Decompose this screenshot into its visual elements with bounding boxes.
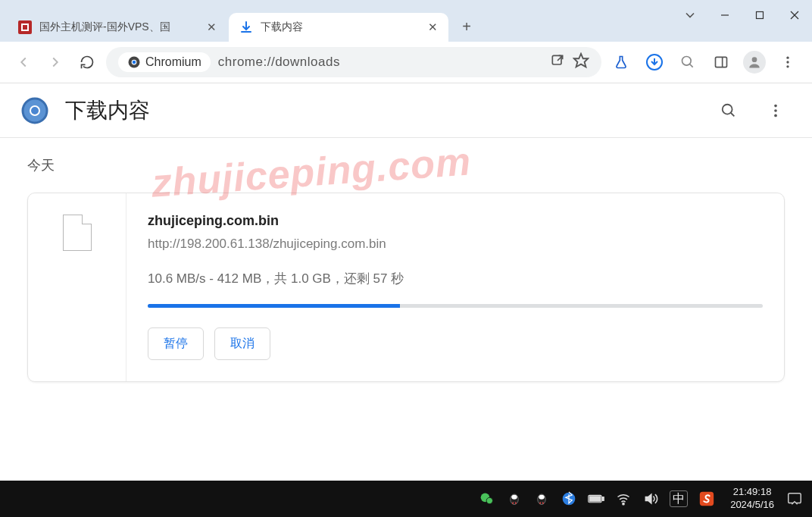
- progress-fill: [148, 304, 400, 308]
- close-window-button[interactable]: [777, 0, 812, 30]
- notification-button[interactable]: [785, 489, 804, 509]
- section-today: 今天: [27, 156, 785, 174]
- svg-point-13: [682, 57, 692, 66]
- chromium-icon: [127, 55, 141, 69]
- url-text: chrome://downloads: [218, 55, 340, 70]
- volume-icon[interactable]: [642, 490, 659, 507]
- side-panel-icon[interactable]: [707, 49, 735, 76]
- file-icon: [63, 215, 92, 251]
- svg-rect-10: [552, 55, 561, 64]
- download-icon: [239, 20, 253, 34]
- svg-point-9: [133, 61, 136, 64]
- bookmark-icon[interactable]: [573, 52, 589, 73]
- window-controls: [673, 0, 812, 30]
- progress-bar: [148, 304, 763, 308]
- svg-point-28: [774, 109, 777, 112]
- svg-point-29: [774, 114, 777, 117]
- more-actions-button[interactable]: [760, 96, 791, 126]
- page-header: 下载内容: [0, 83, 812, 138]
- minimize-button[interactable]: [707, 0, 742, 30]
- qq-icon-2[interactable]: [533, 490, 550, 507]
- svg-marker-41: [645, 494, 651, 503]
- toolbar: Chromium chrome://downloads: [0, 42, 812, 83]
- profile-button[interactable]: [741, 49, 768, 76]
- svg-point-25: [723, 104, 732, 114]
- cancel-button[interactable]: 取消: [214, 327, 270, 360]
- svg-point-20: [786, 65, 789, 67]
- svg-rect-6: [23, 25, 27, 30]
- bluetooth-icon[interactable]: [561, 490, 577, 507]
- back-button[interactable]: [11, 49, 36, 75]
- search-downloads-button[interactable]: [714, 96, 744, 126]
- search-icon[interactable]: [674, 49, 701, 76]
- wechat-icon[interactable]: [479, 490, 495, 507]
- sogou-ime-icon[interactable]: [698, 490, 715, 507]
- new-tab-button[interactable]: +: [454, 14, 479, 39]
- svg-line-14: [690, 64, 693, 67]
- site-chip[interactable]: Chromium: [118, 52, 211, 72]
- ime-indicator[interactable]: 中: [670, 490, 688, 507]
- avatar-icon: [743, 51, 766, 74]
- maximize-button[interactable]: [742, 0, 777, 30]
- svg-marker-11: [574, 53, 588, 66]
- forward-button[interactable]: [42, 49, 68, 75]
- system-tray: 中: [479, 490, 715, 507]
- tab-title: 国外主机测评-国外VPS、国: [39, 20, 199, 34]
- clock[interactable]: 21:49:18 2024/5/16: [730, 486, 774, 512]
- wifi-icon[interactable]: [615, 490, 632, 507]
- pause-button[interactable]: 暂停: [148, 327, 204, 360]
- download-url[interactable]: http://198.200.61.138/zhujiceping.com.bi…: [148, 237, 763, 252]
- close-tab-icon[interactable]: ✕: [428, 20, 438, 34]
- downloads-indicator-icon[interactable]: [641, 49, 668, 76]
- address-bar[interactable]: Chromium chrome://downloads: [106, 47, 601, 77]
- tab-inactive[interactable]: 国外主机测评-国外VPS、国 ✕: [8, 13, 227, 42]
- svg-point-24: [31, 107, 39, 114]
- download-card: zhujiceping.com.bin http://198.200.61.13…: [27, 193, 785, 382]
- file-icon-column: [28, 193, 126, 381]
- svg-point-18: [786, 57, 789, 59]
- taskbar: 中 21:49:18 2024/5/16: [0, 481, 812, 517]
- svg-rect-15: [716, 57, 727, 67]
- time-text: 21:49:18: [730, 486, 774, 499]
- svg-rect-39: [590, 497, 601, 501]
- close-tab-icon[interactable]: ✕: [207, 20, 217, 34]
- download-status: 10.6 MB/s - 412 MB，共 1.0 GB，还剩 57 秒: [148, 270, 763, 287]
- tab-search-button[interactable]: [673, 0, 707, 30]
- svg-point-35: [539, 495, 545, 500]
- download-filename: zhujiceping.com.bin: [148, 213, 763, 229]
- svg-rect-38: [602, 497, 604, 501]
- chromium-logo-icon: [21, 97, 48, 124]
- menu-button[interactable]: [774, 49, 801, 76]
- battery-icon[interactable]: [588, 490, 604, 507]
- qq-icon[interactable]: [506, 490, 523, 507]
- date-text: 2024/5/16: [730, 499, 774, 512]
- share-icon[interactable]: [550, 53, 565, 72]
- svg-rect-1: [757, 12, 764, 19]
- labs-icon[interactable]: [607, 49, 635, 76]
- svg-point-17: [752, 57, 757, 62]
- svg-point-33: [511, 495, 517, 500]
- page-title: 下载内容: [65, 96, 697, 125]
- svg-point-27: [774, 104, 777, 107]
- svg-point-19: [786, 61, 789, 63]
- chip-label: Chromium: [145, 55, 201, 69]
- svg-point-31: [486, 497, 492, 503]
- downloads-content: zhujiceping.com 今天 zhujiceping.com.bin h…: [0, 138, 812, 400]
- svg-point-40: [623, 503, 624, 505]
- favicon-icon: [18, 20, 32, 34]
- tab-title: 下载内容: [261, 20, 420, 34]
- tab-active[interactable]: 下载内容 ✕: [229, 13, 448, 42]
- reload-button[interactable]: [74, 49, 100, 75]
- svg-line-26: [731, 112, 735, 116]
